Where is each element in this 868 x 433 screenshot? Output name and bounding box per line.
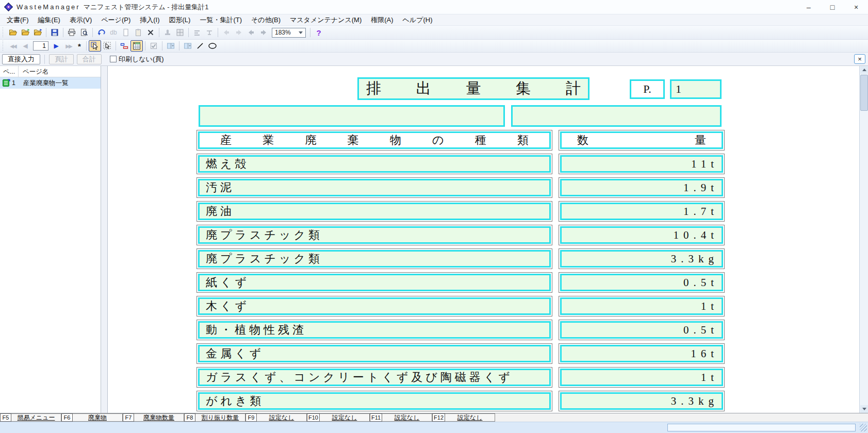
- history-forward-button[interactable]: [233, 27, 245, 38]
- fn-f10-button[interactable]: 設定なし: [320, 413, 370, 422]
- close-button[interactable]: ×: [844, 0, 868, 14]
- new-page-button[interactable]: *: [78, 42, 81, 51]
- fn-f6-button[interactable]: 廃棄物: [73, 413, 123, 422]
- jump-back-button[interactable]: [245, 27, 257, 38]
- combo-field-tool-button[interactable]: [165, 40, 177, 52]
- page-name-column-header[interactable]: ページ名: [19, 66, 101, 77]
- menu-view[interactable]: 表示(V): [65, 14, 96, 26]
- report-title-field[interactable]: 排出量集計: [357, 77, 589, 100]
- save-button[interactable]: [48, 27, 61, 38]
- list-field-tool-button[interactable]: [182, 40, 194, 52]
- subheader-left-field[interactable]: [199, 105, 505, 127]
- page-label-field[interactable]: P.: [630, 79, 665, 99]
- last-page-button[interactable]: ▶▶: [62, 40, 75, 52]
- page-value-field[interactable]: 1: [670, 79, 722, 99]
- waste-type-field[interactable]: がれき類: [198, 392, 551, 410]
- history-back-button[interactable]: [220, 27, 233, 38]
- image-frame-button[interactable]: [174, 27, 186, 38]
- zoom-select[interactable]: 183%: [272, 28, 306, 38]
- waste-type-field[interactable]: 廃プラスチック類: [198, 226, 551, 244]
- page-list-item[interactable]: 1 産業廃棄物一覧: [0, 77, 101, 89]
- fn-f7-button[interactable]: 廃棄物数量: [134, 413, 184, 422]
- menu-page[interactable]: ページ(P): [96, 14, 135, 26]
- toolbar-grip[interactable]: [2, 27, 4, 38]
- resize-grip[interactable]: [860, 424, 867, 431]
- line-tool-button[interactable]: [194, 40, 206, 52]
- waste-type-field[interactable]: 燃え殻: [198, 155, 551, 173]
- menu-authority[interactable]: 権限(A): [366, 14, 398, 26]
- minimize-button[interactable]: –: [797, 0, 821, 14]
- vertical-scrollbar[interactable]: [859, 66, 868, 413]
- page-number-input[interactable]: 1: [33, 41, 48, 51]
- header-settings-button[interactable]: [191, 27, 203, 38]
- layout-fields-button[interactable]: [118, 40, 130, 52]
- undo-button[interactable]: [95, 27, 107, 38]
- menu-document[interactable]: 文書(F): [2, 14, 34, 26]
- next-page-button[interactable]: ▶: [50, 40, 62, 52]
- paste-button[interactable]: [132, 27, 144, 38]
- fn-f8-button[interactable]: 割り振り数量: [195, 413, 245, 422]
- stamp-button[interactable]: [161, 27, 174, 38]
- menu-shape[interactable]: 図形(L): [165, 14, 195, 26]
- new-object-button[interactable]: [120, 27, 132, 38]
- menu-list-summary[interactable]: 一覧・集計(T): [195, 14, 247, 26]
- menu-others[interactable]: その他(B): [247, 14, 285, 26]
- scroll-up-button[interactable]: [860, 66, 868, 74]
- fn-f5-button[interactable]: 簡易メニュー: [11, 413, 61, 422]
- quantity-field[interactable]: 3.3kg: [560, 392, 723, 410]
- quantity-field[interactable]: 3.3kg: [560, 250, 723, 268]
- menu-edit[interactable]: 編集(E): [34, 14, 65, 26]
- page-column-header[interactable]: ペ...: [0, 66, 19, 77]
- open-data-button[interactable]: [31, 27, 44, 38]
- quantity-field[interactable]: 1.9t: [560, 179, 723, 196]
- toolbar-grip[interactable]: [2, 41, 4, 51]
- help-button[interactable]: ?: [313, 27, 325, 38]
- quantity-field[interactable]: 1.7t: [560, 203, 723, 220]
- direct-input-button[interactable]: 直接入力: [2, 54, 40, 64]
- menu-master-maintenance[interactable]: マスタメンテナンス(M): [285, 14, 366, 26]
- table-view-button[interactable]: [130, 40, 143, 52]
- waste-type-field[interactable]: 動・植物性残渣: [198, 321, 551, 339]
- print-button[interactable]: [65, 27, 78, 38]
- quantity-field[interactable]: 0.5t: [560, 321, 723, 339]
- scroll-down-button[interactable]: [860, 405, 868, 413]
- quantity-field[interactable]: 11t: [560, 155, 723, 173]
- menu-help[interactable]: ヘルプ(H): [398, 14, 437, 26]
- checkbox-tool-button[interactable]: [148, 40, 160, 52]
- scrollbar-thumb[interactable]: [860, 75, 868, 111]
- first-page-button[interactable]: ◀◀: [7, 40, 19, 52]
- fn-f11-button[interactable]: 設定なし: [382, 413, 432, 422]
- maximize-button[interactable]: □: [821, 0, 844, 14]
- page-total-button[interactable]: 頁計: [49, 54, 74, 64]
- waste-type-field[interactable]: ガラスくず、コンクリートくず及び陶磁器くず: [198, 369, 551, 386]
- close-bar-button[interactable]: ×: [854, 54, 865, 64]
- subheader-right-field[interactable]: [511, 105, 722, 127]
- quantity-field[interactable]: 10.4t: [560, 226, 723, 244]
- no-print-checkbox[interactable]: [110, 56, 117, 62]
- ellipse-tool-button[interactable]: [206, 40, 219, 52]
- print-preview-button[interactable]: [78, 27, 90, 38]
- fn-f9-button[interactable]: 設定なし: [257, 413, 307, 422]
- waste-type-field[interactable]: 木くず: [198, 297, 551, 315]
- waste-type-field[interactable]: 廃油: [198, 203, 551, 220]
- sidebar-splitter[interactable]: [101, 66, 108, 413]
- quantity-field[interactable]: 16t: [560, 345, 723, 362]
- open-layout-button[interactable]: [19, 27, 31, 38]
- waste-type-field[interactable]: 金属くず: [198, 345, 551, 362]
- waste-type-field[interactable]: 廃プラスチック類: [198, 250, 551, 268]
- db-button[interactable]: db: [107, 27, 120, 38]
- prev-page-button[interactable]: ◀: [19, 40, 31, 52]
- quantity-field[interactable]: 1t: [560, 369, 723, 386]
- waste-type-field[interactable]: 紙くず: [198, 274, 551, 291]
- multi-select-tool-button[interactable]: [101, 40, 113, 52]
- quantity-header[interactable]: 数量: [560, 131, 723, 149]
- quantity-field[interactable]: 1t: [560, 297, 723, 315]
- waste-type-header[interactable]: 産業廃棄物の種類: [198, 131, 551, 149]
- delete-button[interactable]: [144, 27, 157, 38]
- select-tool-button[interactable]: [89, 40, 101, 52]
- open-document-button[interactable]: [7, 27, 19, 38]
- grand-total-button[interactable]: 合計: [77, 54, 102, 64]
- waste-type-field[interactable]: 汚泥: [198, 179, 551, 196]
- jump-forward-button[interactable]: [257, 27, 270, 38]
- menu-insert[interactable]: 挿入(I): [135, 14, 164, 26]
